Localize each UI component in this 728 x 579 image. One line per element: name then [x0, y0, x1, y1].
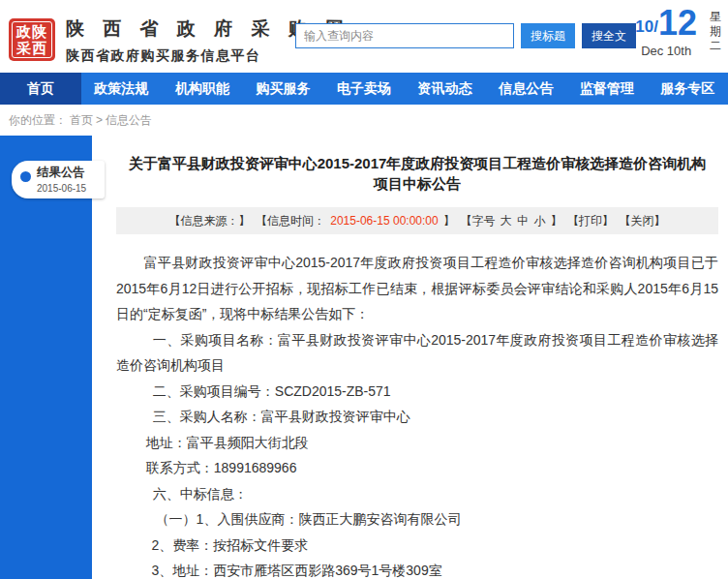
article-line: 地址：富平县频阳大街北段 [116, 430, 718, 456]
site-logo-icon: 政陕 采西 [9, 18, 55, 61]
close-button[interactable]: 【关闭】 [619, 214, 665, 228]
meta-fontsize-label: 【字号 [460, 214, 495, 228]
date-widget: 10/ 12 Dec 10th 星期二 [635, 6, 722, 58]
logo-line1: 政陕 [16, 23, 47, 40]
article-line: 三、采购人名称：富平县财政投资评审中心 [116, 404, 718, 430]
logo-line2: 采西 [16, 40, 47, 56]
main-content: 关于富平县财政投资评审中心2015-2017年度政府投资项目工程造价审核选择造价… [116, 136, 718, 579]
fontsize-large-button[interactable]: 大 [500, 214, 512, 228]
nav-item-supervision[interactable]: 监督管理 [566, 73, 648, 105]
nav-item-mall[interactable]: 电子卖场 [323, 73, 405, 105]
meta-time-label: 【信息时间： [256, 214, 325, 228]
weekday-char: 期 [709, 24, 722, 39]
date-english: Dec 10th [635, 44, 697, 58]
article-meta-bar: 【信息来源：】 【信息时间： 2015-06-15 00:00:00 】 【字号… [116, 207, 718, 234]
article-line: 二、采购项目编号：SCZD2015-ZB-571 [116, 379, 718, 405]
sidebar-category-label: 结果公告 [37, 165, 99, 181]
site-subtitle: 陕西省政府购买服务信息平台 [66, 47, 350, 65]
fontsize-medium-button[interactable]: 中 [517, 214, 529, 228]
nav-item-notice[interactable]: 信息公告 [485, 73, 566, 105]
sidebar: 结果公告 2015-06-15 [0, 136, 92, 579]
nav-item-news[interactable]: 资讯动态 [405, 73, 486, 105]
sidebar-category-date: 2015-06-15 [37, 183, 99, 194]
header: 政陕 采西 陕 西 省 政 府 采 购 网 陕西省政府购买服务信息平台 搜标题 … [0, 0, 728, 73]
weekday-char: 星 [709, 10, 722, 24]
nav-item-home[interactable]: 首页 [0, 73, 81, 105]
weekday-char: 二 [709, 39, 722, 53]
article-line: 2、费率：按招标文件要求 [116, 533, 718, 559]
breadcrumb-prefix: 你的位置： [9, 112, 67, 129]
breadcrumb-separator: > [96, 113, 103, 127]
meta-time-value: 2015-06-15 00:00:00 [330, 214, 438, 228]
search-area: 搜标题 搜全文 [295, 23, 636, 48]
nav-item-service[interactable]: 服务专区 [648, 73, 728, 105]
breadcrumb-current-link[interactable]: 信息公告 [106, 112, 152, 129]
article-line: （一）1、入围供应商：陕西正大鹏安咨询有限公司 [116, 506, 718, 533]
print-button[interactable]: 【打印】 [567, 214, 614, 228]
site-logo-text: 政陕 采西 [12, 21, 52, 58]
search-fulltext-button[interactable]: 搜全文 [582, 23, 636, 48]
article-body: 富平县财政投资评审中心2015-2017年度政府投资项目工程造价审核选择造价咨询… [116, 250, 718, 579]
breadcrumb: 你的位置： 首页 > 信息公告 [0, 105, 728, 136]
article-line: 六、中标信息： [116, 481, 718, 507]
article-line: 一、采购项目名称：富平县财政投资评审中心2015-2017年度政府投资项目工程造… [116, 327, 718, 379]
date-month: 10/ [635, 17, 658, 37]
nav-item-functions[interactable]: 机构职能 [162, 73, 243, 105]
meta-fontsize-close: 】 [551, 214, 562, 228]
nav-item-purchase[interactable]: 购买服务 [243, 73, 324, 105]
article-line: 联系方式：18991689966 [116, 455, 718, 481]
date-day: 12 [658, 6, 697, 41]
date-numbers: 10/ 12 Dec 10th [635, 6, 697, 58]
bullet-dot-icon [20, 171, 31, 182]
meta-time-close: 】 [443, 214, 455, 228]
date-weekday: 星期二 [709, 10, 722, 53]
navbar: 首页政策法规机构职能购买服务电子卖场资讯动态信息公告监督管理服务专区 [0, 73, 728, 105]
article-line: 富平县财政投资评审中心2015-2017年度政府投资项目工程造价审核选择造价咨询… [116, 250, 718, 327]
search-input[interactable] [295, 23, 514, 48]
article-line: 3、地址：西安市雁塔区西影路369号1号楼309室 [116, 558, 718, 579]
article-title: 关于富平县财政投资评审中心2015-2017年度政府投资项目工程造价审核选择造价… [122, 153, 713, 194]
meta-source: 【信息来源：】 [169, 214, 251, 228]
nav-item-policy[interactable]: 政策法规 [81, 73, 163, 105]
search-title-button[interactable]: 搜标题 [521, 23, 575, 48]
page: 政陕 采西 陕 西 省 政 府 采 购 网 陕西省政府购买服务信息平台 搜标题 … [0, 0, 728, 579]
breadcrumb-home-link[interactable]: 首页 [70, 112, 93, 129]
sidebar-item-result-notice[interactable]: 结果公告 2015-06-15 [12, 161, 105, 198]
fontsize-small-button[interactable]: 小 [533, 214, 545, 228]
